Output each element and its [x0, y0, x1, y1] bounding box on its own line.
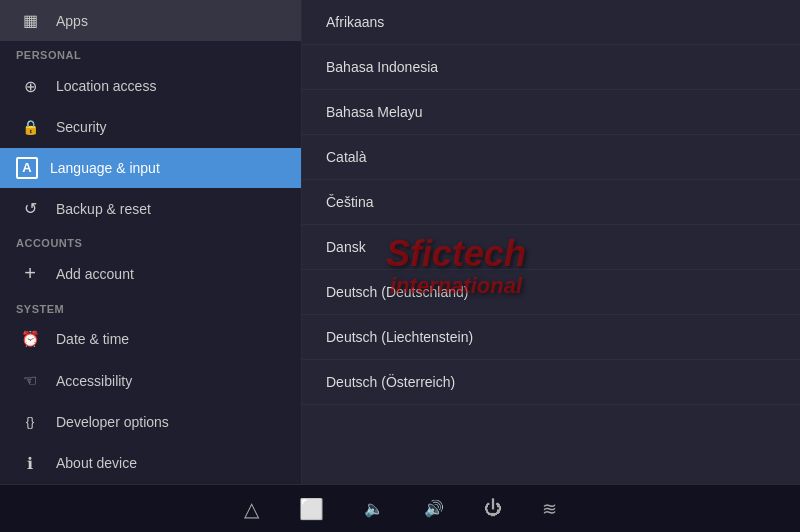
- home-button[interactable]: △: [244, 497, 259, 521]
- main-content: ▦ Apps PERSONAL ⊕ Location access 🔒 Secu…: [0, 0, 800, 484]
- section-accounts: ACCOUNTS: [0, 229, 301, 253]
- lang-afrikaans[interactable]: Afrikaans: [302, 0, 800, 45]
- sidebar-item-about[interactable]: ℹ About device: [0, 443, 301, 484]
- language-icon: A: [16, 157, 38, 179]
- section-personal: PERSONAL: [0, 41, 301, 65]
- sidebar-item-security[interactable]: 🔒 Security: [0, 107, 301, 148]
- lang-dansk[interactable]: Dansk: [302, 225, 800, 270]
- sidebar-item-datetime[interactable]: ⏰ Date & time: [0, 319, 301, 360]
- accessibility-icon: ☜: [16, 367, 44, 395]
- developer-icon: {}: [16, 408, 44, 436]
- location-icon: ⊕: [16, 72, 44, 100]
- volume-up-button[interactable]: 🔊: [424, 499, 444, 518]
- sidebar-item-accessibility[interactable]: ☜ Accessibility: [0, 360, 301, 401]
- backup-icon: ↺: [16, 195, 44, 223]
- lang-bahasa-melayu[interactable]: Bahasa Melayu: [302, 90, 800, 135]
- sidebar-item-language[interactable]: A Language & input: [0, 148, 301, 188]
- sidebar-item-add-account[interactable]: + Add account: [0, 253, 301, 294]
- menu-button[interactable]: ≋: [542, 498, 557, 520]
- power-button[interactable]: ⏻: [484, 498, 502, 519]
- sidebar-item-backup[interactable]: ↺ Backup & reset: [0, 188, 301, 229]
- lang-deutsch-de[interactable]: Deutsch (Deutschland): [302, 270, 800, 315]
- about-icon: ℹ: [16, 449, 44, 477]
- lang-deutsch-at[interactable]: Deutsch (Österreich): [302, 360, 800, 405]
- lang-catala[interactable]: Català: [302, 135, 800, 180]
- apps-icon: ▦: [16, 7, 44, 35]
- language-panel: Afrikaans Bahasa Indonesia Bahasa Melayu…: [302, 0, 800, 484]
- lang-cestina[interactable]: Čeština: [302, 180, 800, 225]
- lang-deutsch-li[interactable]: Deutsch (Liechtenstein): [302, 315, 800, 360]
- sidebar-item-developer[interactable]: {} Developer options: [0, 401, 301, 442]
- add-icon: +: [16, 260, 44, 288]
- security-icon: 🔒: [16, 113, 44, 141]
- volume-down-button[interactable]: 🔈: [364, 499, 384, 518]
- recent-button[interactable]: ⬜: [299, 497, 324, 521]
- bottom-bar: △ ⬜ 🔈 🔊 ⏻ ≋: [0, 484, 800, 532]
- lang-bahasa-indonesia[interactable]: Bahasa Indonesia: [302, 45, 800, 90]
- sidebar-item-location[interactable]: ⊕ Location access: [0, 65, 301, 106]
- sidebar: ▦ Apps PERSONAL ⊕ Location access 🔒 Secu…: [0, 0, 302, 484]
- section-system: SYSTEM: [0, 295, 301, 319]
- datetime-icon: ⏰: [16, 325, 44, 353]
- sidebar-item-apps[interactable]: ▦ Apps: [0, 0, 301, 41]
